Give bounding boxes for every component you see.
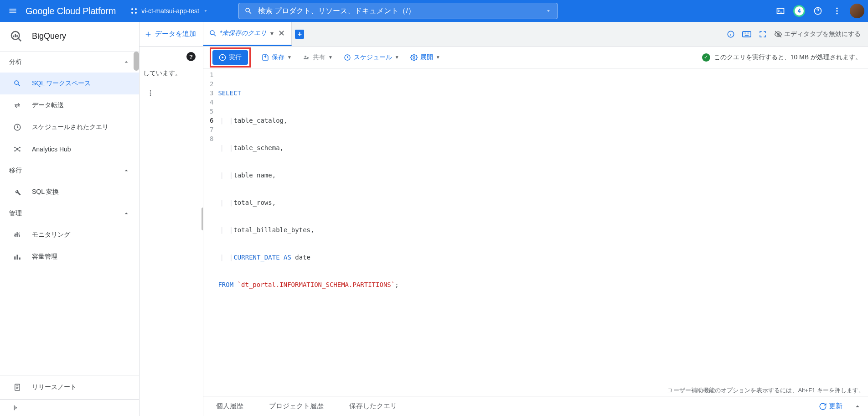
sidebar-footer: リリースノート — [0, 375, 139, 399]
sidebar-item-analytics-hub[interactable]: Analytics Hub — [0, 138, 139, 160]
chevron-down-icon: ▼ — [328, 55, 333, 60]
search-box[interactable]: 検索 プロダクト、リソース、ドキュメント（/） — [238, 3, 558, 19]
disable-tabs-label: エディタタブを無効にする — [784, 30, 861, 38]
query-status: ✓ このクエリを実行すると、10 MB が処理されます。 — [702, 53, 862, 62]
help-icon[interactable] — [811, 5, 824, 17]
share-button[interactable]: 共有 ▼ — [303, 53, 333, 62]
more-vert-icon[interactable] — [831, 5, 843, 17]
more-button[interactable]: 展開 ▼ — [410, 53, 440, 62]
svg-point-21 — [150, 94, 151, 96]
eye-off-icon — [774, 30, 782, 38]
expand-panel-icon[interactable] — [847, 402, 868, 411]
sidebar-item-scheduled-queries[interactable]: スケジュールされたクエリ — [0, 116, 139, 138]
section-admin[interactable]: 管理 — [0, 203, 139, 224]
svg-point-12 — [19, 147, 21, 148]
tab-close-icon[interactable]: ✕ — [277, 28, 286, 38]
play-icon — [219, 54, 226, 61]
tab-menu-caret[interactable]: ▾ — [269, 30, 274, 37]
svg-rect-26 — [745, 32, 746, 33]
keyboard-icon[interactable] — [742, 31, 751, 37]
sidebar-item-sql-workspace[interactable]: SQL ワークスペース — [0, 73, 139, 94]
save-button[interactable]: 保存 ▼ — [262, 53, 292, 62]
svg-rect-24 — [743, 31, 751, 37]
app-body: BigQuery 分析 SQL ワークスペース データ転送 スケジュールされたク… — [0, 22, 868, 416]
editor-toolbar: 実行 保存 ▼ 共有 ▼ スケジュール ▼ 展開 ▼ — [203, 47, 868, 68]
code-token: total_billable_bytes, — [233, 226, 314, 234]
add-data-button[interactable]: データを追加 — [140, 22, 203, 47]
bottom-tab-saved[interactable]: 保存したクエリ — [336, 396, 410, 416]
account-avatar[interactable] — [850, 4, 864, 18]
section-label: 分析 — [9, 58, 22, 66]
code-token: SELECT — [218, 89, 241, 97]
svg-rect-28 — [748, 32, 749, 33]
sidebar-item-data-transfer[interactable]: データ転送 — [0, 94, 139, 116]
more-vert-icon — [147, 89, 154, 97]
notifications-badge[interactable]: 4 — [793, 5, 805, 17]
line-gutter: 12345678 — [203, 68, 218, 396]
sidebar-collapse[interactable] — [0, 399, 139, 416]
sidebar-header: BigQuery — [0, 22, 139, 51]
bottom-tab-project[interactable]: プロジェクト履歴 — [256, 396, 336, 416]
sidebar-item-label: Analytics Hub — [32, 146, 71, 153]
svg-point-6 — [836, 10, 837, 11]
svg-point-13 — [14, 150, 16, 151]
chart-icon — [13, 230, 22, 239]
header-actions: 4 — [774, 4, 864, 18]
sidebar-item-monitoring[interactable]: モニタリング — [0, 224, 139, 246]
search-icon — [244, 7, 253, 15]
scrollbar-thumb[interactable] — [134, 52, 139, 71]
cloud-shell-icon[interactable] — [774, 5, 787, 17]
svg-rect-15 — [14, 256, 16, 260]
gcp-header: Google Cloud Platform vi-ct-matsui-app-t… — [0, 0, 868, 22]
sidebar-item-sql-translate[interactable]: SQL 変換 — [0, 181, 139, 203]
disable-tabs-button[interactable]: エディタタブを無効にする — [774, 30, 861, 38]
clock-icon — [344, 54, 351, 61]
svg-point-19 — [150, 90, 151, 92]
search-placeholder: 検索 プロダクト、リソース、ドキュメント（/） — [258, 6, 415, 16]
sidebar-item-release-notes[interactable]: リリースノート — [0, 375, 139, 399]
explorer-more[interactable] — [140, 80, 203, 106]
svg-point-0 — [131, 8, 133, 10]
query-icon — [209, 29, 217, 37]
sql-editor[interactable]: 12345678 SELECT ||table_catalog, ||table… — [203, 68, 868, 396]
sidebar-item-label: リリースノート — [32, 383, 77, 391]
refresh-button[interactable]: 更新 — [814, 402, 847, 411]
fullscreen-icon[interactable] — [759, 30, 767, 38]
sidebar-item-capacity[interactable]: 容量管理 — [0, 246, 139, 268]
code-token: ; — [395, 281, 398, 288]
code-token: FROM — [218, 281, 233, 288]
sidebar-item-label: データ転送 — [32, 101, 64, 109]
info-icon[interactable] — [727, 30, 735, 38]
run-label: 実行 — [229, 53, 242, 62]
svg-point-35 — [413, 57, 415, 58]
new-tab-button[interactable]: + — [292, 22, 307, 46]
code-content[interactable]: SELECT ||table_catalog, ||table_schema, … — [218, 68, 398, 396]
svg-point-2 — [131, 12, 133, 14]
project-selector[interactable]: vi-ct-matsui-app-test — [127, 7, 212, 15]
run-button[interactable]: 実行 — [212, 50, 248, 65]
project-name: vi-ct-matsui-app-test — [141, 7, 199, 15]
sidebar-scroll: 分析 SQL ワークスペース データ転送 スケジュールされたクエリ Analyt… — [0, 51, 139, 375]
code-token: `dt_portal.INFORMATION_SCHEMA.PARTITIONS… — [238, 281, 395, 288]
svg-rect-27 — [747, 32, 748, 33]
tab-bar: *未保存のクエリ ▾ ✕ + エディタタブを無効にする — [203, 22, 868, 47]
help-icon[interactable]: ? — [186, 52, 196, 61]
section-migration[interactable]: 移行 — [0, 160, 139, 181]
section-analysis[interactable]: 分析 — [0, 52, 139, 73]
chevron-up-icon — [123, 210, 130, 217]
bottom-bar: 個人履歴 プロジェクト履歴 保存したクエリ 更新 — [203, 396, 868, 416]
schedule-button[interactable]: スケジュール ▼ — [344, 53, 399, 62]
editor-tab-active[interactable]: *未保存のクエリ ▾ ✕ — [203, 22, 292, 46]
svg-rect-25 — [744, 32, 744, 33]
svg-rect-16 — [17, 255, 18, 260]
svg-point-14 — [19, 150, 21, 151]
bottom-tab-personal[interactable]: 個人履歴 — [203, 396, 256, 416]
wrench-icon — [13, 187, 22, 197]
search-icon — [13, 79, 22, 88]
hamburger-menu-icon[interactable] — [4, 2, 22, 20]
gcp-logo[interactable]: Google Cloud Platform — [26, 6, 116, 16]
chevron-down-icon[interactable] — [545, 8, 552, 14]
product-title: BigQuery — [32, 31, 66, 41]
sidebar-item-label: SQL ワークスペース — [32, 79, 91, 88]
sidebar: BigQuery 分析 SQL ワークスペース データ転送 スケジュールされたク… — [0, 22, 140, 416]
